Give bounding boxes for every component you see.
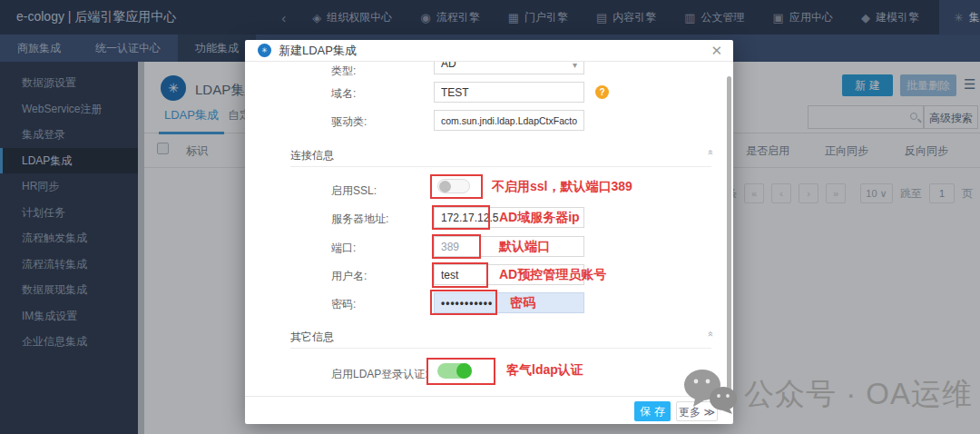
connection-section-title: 连接信息 (290, 148, 334, 163)
collapse-section-icon[interactable]: » (704, 333, 715, 337)
wechat-icon (682, 369, 739, 414)
ssl-annotation-text: 不启用ssl，默认端口389 (492, 179, 632, 195)
password-label: 密码: (331, 297, 356, 312)
collapse-section-icon[interactable]: » (704, 152, 715, 155)
ldap-auth-toggle[interactable] (437, 363, 472, 379)
server-address-label: 服务器地址: (331, 212, 388, 227)
port-annotation-box (432, 234, 481, 259)
ldap-auth-annotation-text: 客气ldap认证 (506, 362, 583, 379)
domain-input[interactable] (434, 82, 584, 103)
password-annotation-box (430, 290, 497, 315)
modal-header: ✳ 新建LDAP集成 ✕ (245, 40, 733, 62)
section-divider (290, 348, 711, 349)
type-label: 类型: (331, 64, 356, 79)
other-section-title: 其它信息 (290, 330, 334, 345)
type-select-value: AD (441, 62, 456, 70)
modal-gear-icon: ✳ (258, 44, 271, 57)
server-annotation-text: AD域服务器ip (499, 210, 580, 226)
type-select[interactable]: AD ▾ (434, 62, 584, 74)
enable-ldap-auth-label: 启用LDAP登录认证: (331, 367, 428, 382)
driver-class-input[interactable] (434, 110, 584, 131)
enable-ssl-label: 启用SSL: (331, 183, 377, 199)
ssl-toggle[interactable] (437, 179, 470, 193)
modal-title: 新建LDAP集成 (279, 43, 357, 59)
modal-footer: 保 存 更多 ≫ (245, 396, 733, 424)
save-button[interactable]: 保 存 (634, 401, 671, 421)
help-icon[interactable]: ? (595, 85, 609, 99)
section-divider (290, 166, 711, 167)
username-annotation-box (432, 262, 488, 288)
chevron-down-icon: ▾ (573, 62, 577, 75)
server-annotation-box (432, 205, 490, 230)
modal-body: 类型: AD ▾ 域名: ? 驱动类: 连接信息 » 启用SSL: 不启用ssl… (245, 62, 733, 396)
username-label: 用户名: (331, 269, 367, 284)
toggle-knob (439, 181, 451, 192)
port-annotation-text: 默认端口 (499, 239, 550, 255)
new-ldap-integration-modal: ✳ 新建LDAP集成 ✕ 类型: AD ▾ 域名: ? 驱动类: 连接信息 » … (245, 40, 733, 424)
username-annotation-text: AD预控管理员账号 (499, 267, 606, 283)
driver-class-label: 驱动类: (331, 114, 367, 130)
port-label: 端口: (331, 241, 356, 256)
password-annotation-text: 密码 (510, 295, 535, 311)
close-icon[interactable]: ✕ (710, 43, 722, 59)
watermark-text: 公众号 · OA运维 (744, 374, 973, 415)
domain-label: 域名: (331, 86, 356, 102)
toggle-knob (456, 363, 472, 379)
modal-scrollbar[interactable] (727, 76, 731, 394)
